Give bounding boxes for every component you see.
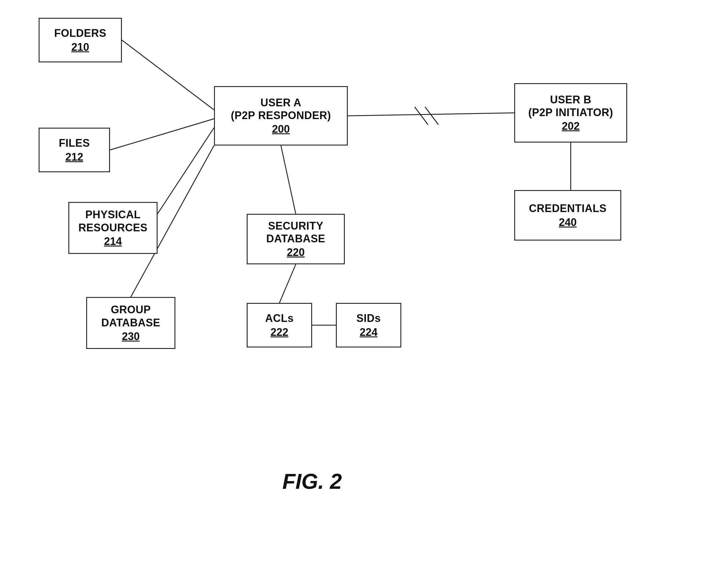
acls-number: 222	[270, 326, 288, 339]
files-label: FILES	[59, 136, 90, 149]
user-a-label: USER A(P2P RESPONDER)	[231, 96, 331, 122]
group-database-label: GROUPDATABASE	[101, 303, 161, 329]
files-box: FILES 212	[39, 128, 110, 172]
svg-line-1	[110, 119, 214, 150]
svg-line-9	[415, 107, 428, 125]
svg-line-2	[158, 128, 214, 214]
user-b-box: USER B(P2P INITIATOR) 202	[514, 83, 627, 143]
folders-box: FOLDERS 210	[39, 18, 122, 62]
svg-line-7	[348, 113, 514, 116]
svg-line-0	[122, 40, 214, 110]
sids-box: SIDs 224	[336, 303, 401, 348]
user-a-box: USER A(P2P RESPONDER) 200	[214, 86, 348, 146]
user-b-number: 202	[562, 120, 580, 132]
files-number: 212	[65, 151, 83, 163]
svg-line-5	[279, 264, 296, 303]
group-database-number: 230	[122, 330, 140, 343]
credentials-number: 240	[559, 216, 577, 229]
sids-label: SIDs	[356, 312, 381, 324]
credentials-label: CREDENTIALS	[529, 202, 607, 215]
sids-number: 224	[360, 326, 378, 339]
acls-box: ACLs 222	[247, 303, 312, 348]
diagram: FOLDERS 210 FILES 212 PHYSICALRESOURCES …	[0, 0, 722, 588]
physical-resources-label: PHYSICALRESOURCES	[79, 208, 148, 234]
svg-line-4	[281, 146, 296, 214]
folders-number: 210	[71, 41, 89, 54]
group-database-box: GROUPDATABASE 230	[86, 297, 175, 349]
credentials-box: CREDENTIALS 240	[514, 190, 621, 240]
physical-resources-number: 214	[104, 235, 122, 248]
svg-line-10	[425, 107, 438, 125]
acls-label: ACLs	[265, 312, 294, 324]
user-a-number: 200	[272, 123, 290, 135]
figure-label: FIG. 2	[282, 469, 342, 493]
security-database-number: 220	[287, 246, 305, 259]
folders-label: FOLDERS	[54, 27, 106, 40]
user-b-label: USER B(P2P INITIATOR)	[528, 93, 613, 119]
security-database-label: SECURITYDATABASE	[266, 219, 325, 245]
physical-resources-box: PHYSICALRESOURCES 214	[68, 202, 158, 254]
security-database-box: SECURITYDATABASE 220	[247, 214, 345, 264]
